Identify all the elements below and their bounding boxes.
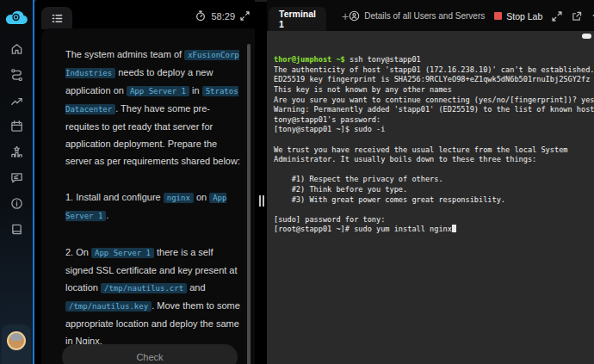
code-chip: /tmp/nautilus.crt: [101, 283, 187, 293]
terminal-line: [274, 135, 594, 145]
route-icon: [10, 68, 23, 81]
leaderboard-star-icon: [10, 145, 23, 158]
terminal-line: #3) With great power comes great respons…: [274, 195, 594, 206]
terminal-line: ED25519 key fingerprint is SHA256:9RCLYe…: [274, 75, 594, 85]
terminal-line: [root@stapp01 ~]# sudo yum install nginx: [274, 225, 594, 235]
terminal-screen[interactable]: thor@jumphost ~$ ssh tony@stapp01The aut…: [267, 31, 594, 364]
trending-up-icon: [10, 94, 23, 107]
code-chip: App Server 1: [65, 193, 226, 221]
stopwatch-icon: [195, 10, 206, 22]
terminal-line: This key is not known by any other names: [274, 85, 594, 96]
terminal-actions: Details of all Users and Servers Stop La…: [349, 9, 594, 31]
lab-timer: 58:29: [195, 10, 250, 22]
sidebar-item-calendar[interactable]: [7, 119, 26, 133]
stop-icon: [494, 12, 502, 20]
info-icon: [10, 197, 23, 210]
terminal-line: #2) Think before you type.: [274, 185, 594, 195]
terminal-line: Warning: Permanently added 'stapp01' (ED…: [274, 105, 594, 115]
fullscreen-icon: [552, 11, 562, 22]
sidebar-nav: [0, 41, 33, 237]
task-scrollbar[interactable]: [247, 44, 251, 364]
terminal-line: [sudo] password for tony:: [274, 215, 594, 225]
expand-icon[interactable]: [240, 11, 250, 21]
check-button[interactable]: Check: [62, 344, 238, 364]
details-users-servers-button[interactable]: Details of all Users and Servers: [349, 10, 485, 22]
calendar-icon: [10, 120, 23, 133]
task-paragraph: 1. Install and configure nginx on App Se…: [65, 188, 243, 225]
new-terminal-button[interactable]: +: [342, 9, 349, 23]
terminal-output: thor@jumphost ~$ ssh tony@stapp01The aut…: [274, 55, 594, 235]
terminal-line: #1) Respect the privacy of others.: [274, 175, 594, 185]
sidebar-item-learning-path[interactable]: [7, 67, 26, 82]
task-paragraph: The system admins team of xFusionCorp In…: [65, 46, 243, 170]
terminal-line: We trust you have received the usual lec…: [274, 145, 594, 156]
home-icon: [10, 42, 23, 55]
stop-lab-label: Stop Lab: [506, 11, 542, 22]
fullscreen-terminal-button[interactable]: [552, 11, 562, 22]
sidebar-item-home[interactable]: [7, 41, 26, 56]
terminal-header: Terminal 1 + Details of all Users and Se…: [267, 0, 594, 31]
terminal-line: The authenticity of host 'stapp01 (172.1…: [274, 65, 594, 76]
numbered-list-icon: [51, 12, 64, 25]
terminal-line: Are you sure you want to continue connec…: [274, 96, 594, 106]
stop-lab-button[interactable]: Stop Lab: [494, 11, 542, 22]
task-list-tab[interactable]: [41, 7, 72, 29]
sidebar-item-info[interactable]: [7, 196, 26, 211]
terminal-tab-1[interactable]: Terminal 1: [269, 7, 326, 31]
user-avatar: [7, 331, 26, 350]
pane-resize-handle[interactable]: [259, 195, 264, 207]
task-card: The system admins team of xFusionCorp In…: [41, 28, 255, 364]
terminal-line: [274, 205, 594, 215]
kodekloud-logo-icon[interactable]: [4, 8, 28, 27]
terminal-scrollbar[interactable]: [582, 34, 591, 39]
book-icon: [10, 223, 23, 236]
code-chip: App Server 1: [91, 248, 154, 258]
terminal-cursor: [452, 225, 456, 232]
sidebar-item-progress[interactable]: [7, 93, 26, 108]
terminal-line: thor@jumphost ~$ ssh tony@stapp01: [274, 55, 594, 65]
users-info-icon: [349, 10, 360, 22]
task-description: The system admins team of xFusionCorp In…: [65, 46, 243, 364]
sidebar-item-leaderboard[interactable]: [7, 145, 26, 159]
terminal-line: [tony@stapp01 ~]$ sudo -i: [274, 125, 594, 135]
task-panel: 58:29 The system admins team of xFusionC…: [36, 0, 255, 364]
sidebar-item-feedback[interactable]: [7, 170, 26, 185]
terminal-panel: Terminal 1 + Details of all Users and Se…: [267, 0, 594, 364]
sidebar-item-docs[interactable]: [7, 222, 26, 237]
open-new-window-button[interactable]: [572, 11, 582, 22]
external-link-icon: [572, 11, 582, 22]
terminal-line: tony@stapp01's password:: [274, 115, 594, 126]
terminal-line: Administrator. It usually boils down to …: [274, 155, 594, 165]
user-profile[interactable]: [2, 324, 31, 364]
terminal-line: [274, 165, 594, 176]
app-sidebar: [0, 0, 34, 364]
code-chip: App Server 1: [127, 86, 189, 96]
code-chip: xFusionCorp Industries: [65, 50, 239, 78]
details-label: Details of all Users and Servers: [364, 11, 485, 21]
code-chip: /tmp/nautilus.key: [65, 301, 152, 312]
code-chip: nginx: [164, 193, 194, 203]
timer-value: 58:29: [211, 11, 235, 22]
task-paragraph: 2. On App Server 1 there is a self signe…: [65, 244, 243, 349]
feedback-chat-icon: [10, 171, 23, 184]
